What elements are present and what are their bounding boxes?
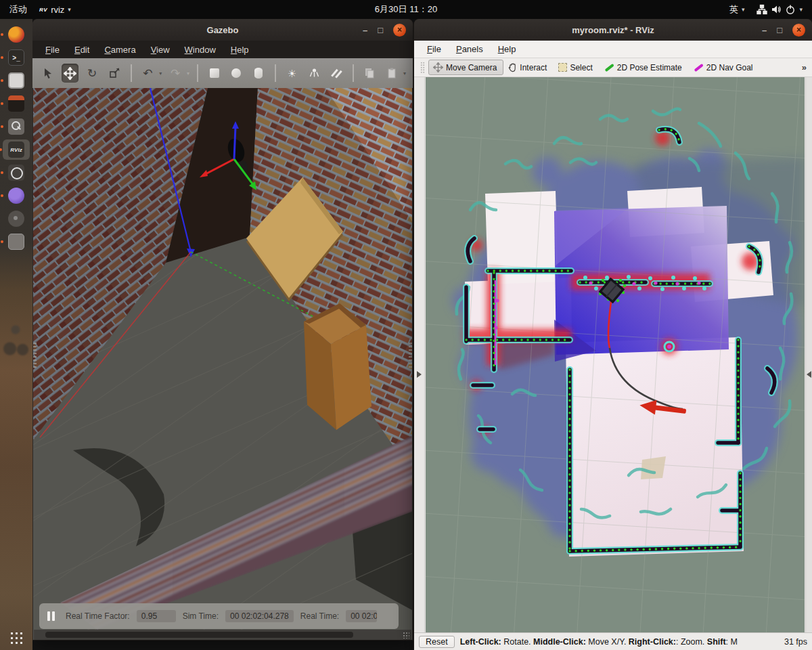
toolbar-overflow-caret[interactable]: ▾ xyxy=(403,70,406,77)
app-indicator-label: rviz xyxy=(51,5,64,15)
dock-item-terminal[interactable]: >_ xyxy=(4,47,28,68)
redo-button[interactable]: ↷ xyxy=(166,64,184,83)
nav-goal-tool[interactable]: 2D Nav Goal xyxy=(689,60,760,75)
rviz-window-title: myroom.rviz* - RViz xyxy=(572,25,654,35)
menu-help[interactable]: Help xyxy=(223,43,256,57)
menu-camera[interactable]: Camera xyxy=(97,43,143,57)
spot-light-button[interactable] xyxy=(305,64,323,83)
maximize-button[interactable]: □ xyxy=(378,26,383,35)
pause-button[interactable] xyxy=(47,611,55,621)
fps-counter: 31 fps xyxy=(784,637,807,647)
expand-panel-arrow-icon[interactable] xyxy=(417,371,422,378)
clock[interactable]: 6月30日 11：20 xyxy=(0,3,812,16)
move-camera-tool[interactable]: Move Camera xyxy=(428,60,503,75)
right-panel-grip[interactable] xyxy=(409,343,412,370)
select-tool-button[interactable] xyxy=(39,64,57,83)
dock-item-box-app[interactable] xyxy=(4,93,28,114)
toolbar-drag-handle[interactable] xyxy=(420,62,425,74)
paste-icon xyxy=(386,67,398,79)
dock-item-package-app[interactable] xyxy=(4,232,28,252)
pose-estimate-tool[interactable]: 2D Pose Estimate xyxy=(600,60,689,75)
dock-item-magnifier-app[interactable] xyxy=(4,116,28,137)
insert-sphere-button[interactable] xyxy=(228,64,246,83)
horizontal-scrollbar[interactable] xyxy=(45,632,353,638)
running-indicator xyxy=(1,102,3,105)
scale-tool-button[interactable] xyxy=(106,64,123,83)
interact-tool[interactable]: Interact xyxy=(503,60,554,75)
show-applications-button[interactable] xyxy=(4,627,28,647)
paste-button[interactable] xyxy=(383,64,401,83)
undo-caret[interactable]: ▾ xyxy=(159,70,162,77)
app-indicator[interactable]: RV rviz ▾ xyxy=(39,0,71,19)
translate-tool-button[interactable] xyxy=(62,64,79,83)
tool-label: Move Camera xyxy=(446,63,497,72)
insert-cylinder-button[interactable] xyxy=(250,64,267,83)
wallpaper-rover xyxy=(1,316,30,363)
reset-button[interactable]: Reset xyxy=(419,636,455,648)
gazebo-menubar: File Edit Camera View Window Help xyxy=(32,41,413,58)
package-app-icon xyxy=(8,234,24,250)
sim-time-label: Sim Time: xyxy=(183,611,219,621)
chevron-down-icon: ▾ xyxy=(68,6,71,13)
close-button[interactable]: × xyxy=(393,24,406,37)
redo-caret[interactable]: ▾ xyxy=(187,70,189,77)
terminal-icon: >_ xyxy=(8,49,24,66)
gazebo-3d-viewport[interactable]: Real Time Factor: 0.95 Sim Time: 00 02:0… xyxy=(33,88,412,640)
toolbar-overflow-button[interactable]: » xyxy=(802,62,807,72)
expand-panel-arrow-icon[interactable] xyxy=(807,371,811,378)
left-panel-grip[interactable] xyxy=(33,343,37,370)
rviz-app-icon: RViz xyxy=(8,142,24,158)
software-store-icon xyxy=(8,26,24,43)
insert-box-button[interactable] xyxy=(206,64,223,83)
dock-item-window-app[interactable] xyxy=(4,70,28,91)
right-panel-strip[interactable] xyxy=(805,77,812,632)
tool-label: Select xyxy=(570,63,592,72)
green-arrow-icon xyxy=(604,64,614,72)
rotate-icon: ↻ xyxy=(87,68,97,79)
resize-grip-icon[interactable] xyxy=(403,632,409,638)
menu-file[interactable]: File xyxy=(420,42,449,56)
minimize-button[interactable]: – xyxy=(363,26,367,35)
real-time-value: 00 02:0 xyxy=(346,610,377,622)
dock-item-disc-app[interactable] xyxy=(4,209,28,229)
activities-button[interactable]: 活动 xyxy=(9,0,27,19)
top-bar: 活动 RV rviz ▾ 6月30日 11：20 英 ▾ ▾ xyxy=(0,0,812,19)
minimize-button[interactable]: – xyxy=(762,26,767,35)
dock-item-rviz[interactable]: RViz xyxy=(3,139,30,160)
close-button[interactable]: × xyxy=(792,24,805,37)
menu-window[interactable]: Window xyxy=(177,43,223,57)
tool-label: 2D Nav Goal xyxy=(706,63,753,72)
cylinder-shape-icon xyxy=(254,68,263,79)
rviz-titlebar[interactable]: myroom.rviz* - RViz – □ × xyxy=(414,19,812,41)
maximize-button[interactable]: □ xyxy=(777,26,782,35)
cursor-arrow-icon xyxy=(42,67,54,79)
left-panel-strip[interactable] xyxy=(414,77,425,632)
dock-item-camera-app[interactable] xyxy=(4,162,28,183)
copy-button[interactable] xyxy=(361,64,379,83)
gazebo-titlebar[interactable]: Gazebo – □ × xyxy=(32,19,413,41)
show-applications-icon xyxy=(9,631,23,645)
input-method-button[interactable]: 英 ▾ xyxy=(729,0,745,19)
hand-icon xyxy=(508,63,517,72)
directional-light-button[interactable] xyxy=(328,64,345,83)
menu-edit[interactable]: Edit xyxy=(67,43,97,57)
system-menu[interactable]: ▾ xyxy=(757,0,803,19)
toolbar-separator xyxy=(275,64,276,82)
menu-panels[interactable]: Panels xyxy=(449,42,491,56)
menu-view[interactable]: View xyxy=(143,43,177,57)
mouse-help-text: Left-Click: Rotate. Middle-Click: Move X… xyxy=(460,637,738,647)
rviz-3d-view[interactable] xyxy=(426,77,805,632)
tool-label: 2D Pose Estimate xyxy=(617,63,682,72)
spot-light-icon xyxy=(309,68,320,79)
point-light-button[interactable]: ☀ xyxy=(284,64,301,83)
magnifier-app-icon xyxy=(8,118,24,135)
select-tool[interactable]: Select xyxy=(554,60,599,75)
rotate-tool-button[interactable]: ↻ xyxy=(83,64,101,83)
menu-help[interactable]: Help xyxy=(491,42,524,56)
menu-file[interactable]: File xyxy=(38,43,67,57)
dock-item-software[interactable] xyxy=(4,24,28,45)
input-method-label: 英 xyxy=(729,3,738,16)
undo-button[interactable]: ↶ xyxy=(139,64,157,83)
dock-item-globe-app[interactable] xyxy=(4,186,28,206)
copy-icon xyxy=(363,67,376,79)
